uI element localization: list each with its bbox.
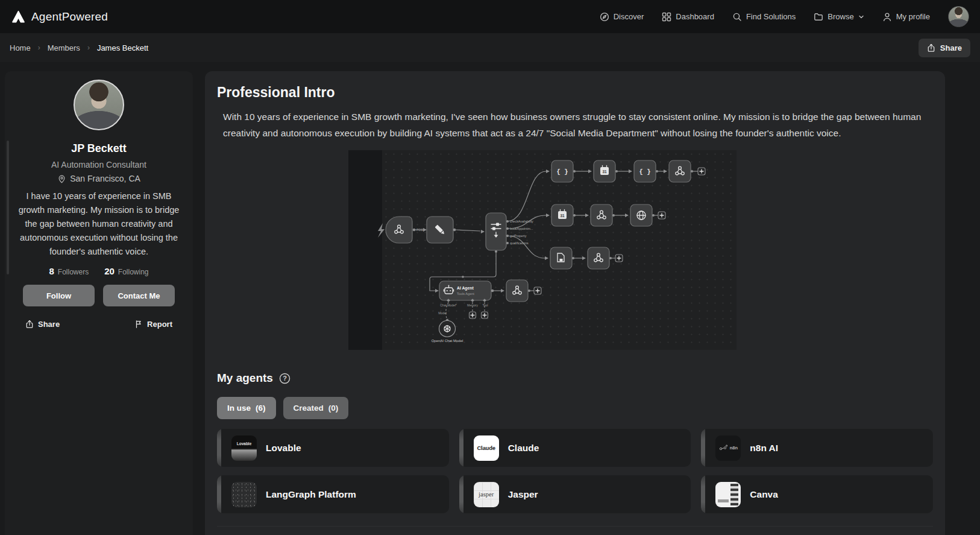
profile-stats: 8 Followers 20 Following: [16, 266, 182, 276]
breadcrumb-current: James Beckett: [97, 43, 148, 52]
page-share-button[interactable]: Share: [919, 39, 970, 57]
section-divider: [217, 526, 933, 527]
compass-icon: [600, 12, 609, 22]
agents-tabs: In use (6) Created (0): [217, 397, 933, 419]
follow-button[interactable]: Follow: [23, 285, 95, 306]
langgraph-logo: [231, 482, 257, 507]
agent-card-jasper[interactable]: jasper Jasper: [459, 475, 691, 513]
add-node-button: [698, 168, 705, 175]
following-stat: 20 Following: [104, 266, 148, 276]
breadcrumb-bar: Home › Members › James Beckett Share: [0, 33, 980, 62]
chevron-down-icon: [858, 14, 864, 20]
add-node-button: [658, 212, 665, 219]
top-navbar: AgentPowered Discover Dashboard Find Sol…: [0, 0, 980, 33]
braces-icon: { }: [557, 168, 568, 176]
switch-output-label: getProperty: [510, 234, 527, 238]
document-node: [550, 247, 572, 269]
agent-title-label: AI Agent: [457, 286, 474, 291]
n8n-logo: n8n: [715, 435, 741, 461]
breadcrumb-separator: ›: [38, 43, 40, 52]
sidebar-scrollbar[interactable]: [7, 141, 9, 274]
nav-my-profile[interactable]: My profile: [882, 12, 930, 22]
agent-subtitle-label: Tools Agent: [457, 292, 474, 296]
tab-created[interactable]: Created (0): [283, 397, 349, 419]
webhook-respond-node: [591, 204, 612, 226]
webhook-node: [386, 217, 412, 243]
switch-output-label: checkAvailability: [510, 220, 533, 223]
webhook-respond-node: [588, 247, 609, 269]
breadcrumb: Home › Members › James Beckett: [10, 43, 148, 52]
location-pin-icon: [57, 174, 66, 183]
model-edge-label: Model: [438, 311, 447, 315]
jasper-logo: jasper: [474, 482, 499, 507]
share-export-icon: [25, 320, 34, 329]
profile-photo: [74, 80, 124, 130]
agents-grid: Lovable Lovable Claude Claude n8n n8n AI…: [217, 429, 933, 513]
report-button[interactable]: Report: [134, 320, 172, 329]
agent-card-lovable[interactable]: Lovable Lovable: [217, 429, 449, 467]
lovable-logo: Lovable: [231, 435, 257, 461]
openai-node-label: OpenAI Chat Model: [432, 339, 463, 343]
webhook-respond-node: [669, 160, 691, 182]
profile-location: San Francisco, CA: [16, 174, 182, 183]
brand-logo[interactable]: AgentPowered: [11, 10, 108, 24]
profile-share-button[interactable]: Share: [25, 320, 60, 329]
add-node-button: [470, 312, 476, 318]
breadcrumb-home[interactable]: Home: [10, 43, 31, 52]
nav-find-solutions[interactable]: Find Solutions: [732, 12, 796, 22]
intro-text: With 10 years of experience in SMB growt…: [223, 109, 931, 141]
svg-text:31: 31: [602, 169, 607, 174]
user-avatar[interactable]: [948, 6, 969, 27]
breadcrumb-members[interactable]: Members: [48, 43, 80, 52]
braces-icon: { }: [639, 168, 651, 176]
my-agents-title: My agents: [217, 372, 273, 385]
contact-me-button[interactable]: Contact Me: [103, 285, 175, 306]
folder-icon: [814, 12, 823, 22]
trigger-bolt-icon: [378, 223, 385, 238]
nav-discover[interactable]: Discover: [600, 12, 644, 22]
flag-icon: [134, 320, 143, 329]
workflow-diagram: POST checkAvailability bookAppointm... g…: [348, 150, 737, 350]
svg-text:?: ?: [283, 375, 287, 382]
nav-dashboard[interactable]: Dashboard: [662, 12, 714, 22]
profile-sidebar: JP Beckett AI Automation Consultant San …: [5, 71, 193, 535]
tab-in-use[interactable]: In use (6): [217, 397, 276, 419]
profile-bio: I have 10 years of experience in SMB gro…: [16, 189, 182, 259]
breadcrumb-separator: ›: [87, 43, 90, 52]
claude-logo: Claude: [474, 435, 499, 461]
add-node-button: [615, 255, 623, 262]
add-node-button: [534, 287, 541, 294]
switch-output-label: qualifications: [510, 241, 529, 245]
followers-stat: 8 Followers: [49, 266, 89, 276]
profile-name: JP Beckett: [16, 142, 182, 155]
nav-browse[interactable]: Browse: [814, 12, 864, 22]
intro-title: Professional Intro: [217, 84, 933, 101]
n8n-workflow-svg: POST checkAvailability bookAppointm... g…: [348, 150, 737, 350]
help-icon[interactable]: ?: [279, 373, 291, 384]
agent-card-langgraph[interactable]: LangGraph Platform: [217, 475, 449, 513]
agent-card-n8n[interactable]: n8n n8n AI: [701, 429, 933, 467]
person-icon: [882, 12, 892, 22]
main-panel: Professional Intro With 10 years of expe…: [205, 71, 945, 535]
agent-card-canva[interactable]: Canva: [701, 475, 933, 513]
grid-icon: [662, 12, 671, 22]
svg-text:31: 31: [560, 214, 565, 218]
search-icon: [732, 12, 742, 22]
chat-model-port-label: Chat Model*: [440, 303, 457, 307]
agent-card-claude[interactable]: Claude Claude: [459, 429, 691, 467]
profile-role: AI Automation Consultant: [16, 160, 182, 169]
canva-logo: [715, 482, 741, 507]
brand-a-icon: [11, 10, 26, 24]
switch-node: [486, 213, 506, 250]
switch-output-label: bookAppointm...: [510, 227, 533, 230]
add-node-button: [482, 312, 488, 318]
brand-name: AgentPowered: [31, 10, 108, 24]
share-export-icon: [927, 43, 935, 52]
tool-port-label: Tool: [482, 303, 488, 307]
webhook-respond-node: [506, 280, 528, 302]
